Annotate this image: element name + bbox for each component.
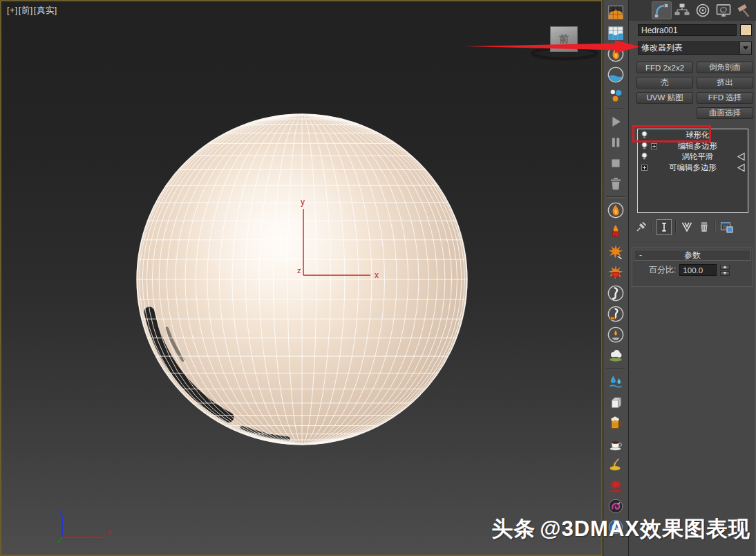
button-surface-select[interactable]: 曲面选择 [697,107,753,119]
viewport-label: [+][前][真实] [7,5,58,17]
panel-separator [630,243,754,244]
chevron-down-icon [743,46,748,50]
tab-motion[interactable] [693,1,713,19]
watermark: 头条@3DMAX效果图表现 [491,515,750,544]
strip-separator [606,368,625,369]
tab-create[interactable] [631,1,651,19]
object-name-field[interactable] [638,24,737,36]
dropdown-arrow-button[interactable] [739,42,751,54]
world-x-label: x [107,528,111,536]
candle-flame-icon[interactable] [605,325,626,344]
button-ffd-2x2x2[interactable]: FFD 2x2x2 [636,62,693,73]
red-splash-icon[interactable] [605,476,626,495]
stack-row-turbosmooth[interactable]: 涡轮平滑 [638,151,748,163]
modifier-list-dropdown[interactable]: 修改器列表 [638,41,752,55]
command-panel: 修改器列表 FFD 2x2x2 倒角剖面 壳 挤出 UVW 贴图 FFD 选择 … [629,0,756,556]
annotation-arrow [464,39,640,55]
viewport-menu-shading[interactable]: [真实] [34,6,57,15]
object-color-swatch[interactable] [740,24,752,36]
expand-plus-icon[interactable] [650,143,658,149]
rollout-title: 参数 [684,250,701,260]
explosion-box-icon[interactable] [605,263,626,282]
percent-spinner [720,265,730,276]
trash-icon[interactable] [605,174,626,194]
cloud-ground-icon[interactable] [605,346,626,365]
fire-box-icon[interactable] [605,221,626,241]
button-bevel-profile[interactable]: 倒角剖面 [697,62,753,73]
modifier-set-buttons: FFD 2x2x2 倒角剖面 壳 挤出 UVW 贴图 FFD 选择 曲面选择 [636,62,753,119]
tab-hierarchy[interactable] [672,1,692,19]
play-icon[interactable] [605,112,626,131]
smoke-icon[interactable] [605,284,626,303]
configure-modifier-sets-icon[interactable] [719,220,734,234]
purple-swirl-icon[interactable] [605,497,626,516]
3dsmax-window: y x z [+][前][真实] 前 z x [0,0,756,556]
viewport-menu-general[interactable]: [+] [7,6,18,15]
honey-icon[interactable] [605,455,626,474]
viewport-menu-pov[interactable]: [前] [19,6,33,15]
watermark-prefix: 头条 [491,517,536,541]
coffee-cup-icon[interactable] [605,434,626,454]
strip-separator [606,196,625,198]
gizmo-y-label: y [301,197,305,207]
expand-plus-icon[interactable] [640,165,648,171]
modifier-onoff-bulb-icon[interactable] [640,142,648,151]
pause-icon[interactable] [605,133,626,152]
rollout-header[interactable]: - 参数 [634,250,751,261]
rollout-collapse-icon[interactable]: - [639,250,642,260]
pin-stack-icon[interactable] [634,220,648,234]
world-z-label: z [59,510,63,516]
parameters-rollout: - 参数 百分比: [632,248,753,287]
gizmo-x-label: x [375,270,379,280]
percent-label: 百分比: [649,264,676,276]
carton-icon[interactable] [605,393,626,412]
stack-label-edit-poly: 编辑多边形 [659,141,736,151]
tab-utilities[interactable] [734,1,754,19]
tab-display[interactable] [713,1,733,19]
spinner-up-button[interactable] [720,265,730,270]
fumefx-grid-icon[interactable] [605,3,626,22]
spinner-down-button[interactable] [720,271,730,276]
button-shell[interactable]: 壳 [636,77,693,89]
sphere-render: y x z [1,1,601,555]
beer-mug-icon[interactable] [605,414,626,433]
smoke-emitter-icon[interactable] [605,304,626,324]
plugin-toolbar-strip [603,0,629,556]
percent-field[interactable] [679,264,717,276]
explosion-icon[interactable] [605,242,626,261]
stop-icon[interactable] [605,154,626,173]
stack-label-turbosmooth: 涡轮平滑 [659,151,736,162]
show-end-result-icon[interactable] [656,219,672,235]
remove-modifier-icon[interactable] [697,220,711,234]
strip-separator [606,108,625,109]
modifier-onoff-bulb-icon[interactable] [640,152,648,161]
stack-arrow-icon[interactable] [736,152,746,161]
fire-circle2-icon[interactable] [605,201,626,220]
stack-toolbar [634,218,753,236]
watermark-handle: @3DMAX效果图表现 [540,517,750,541]
make-unique-icon[interactable] [680,220,694,234]
viewport-front[interactable]: y x z [+][前][真实] 前 z x [0,0,603,556]
button-uvw-map[interactable]: UVW 贴图 [636,92,693,104]
world-axis-gizmo: z x [43,510,126,551]
gizmo-z-label: z [297,266,301,275]
water-circle-icon[interactable] [605,65,626,84]
water-drops-icon[interactable] [605,372,626,391]
stack-label-editable-poly: 可编辑多边形 [650,163,736,173]
particle-dots-icon[interactable] [605,86,626,105]
button-ffd-select[interactable]: FFD 选择 [697,92,753,104]
modifier-list-label: 修改器列表 [639,42,739,54]
button-extrude[interactable]: 挤出 [697,77,753,89]
stack-arrow-icon[interactable] [736,163,746,172]
stack-row-editable-poly[interactable]: 可编辑多边形 [638,163,748,174]
tab-modify[interactable] [652,1,672,19]
command-panel-tabs [629,0,756,21]
annotation-highlight-box [632,125,711,142]
